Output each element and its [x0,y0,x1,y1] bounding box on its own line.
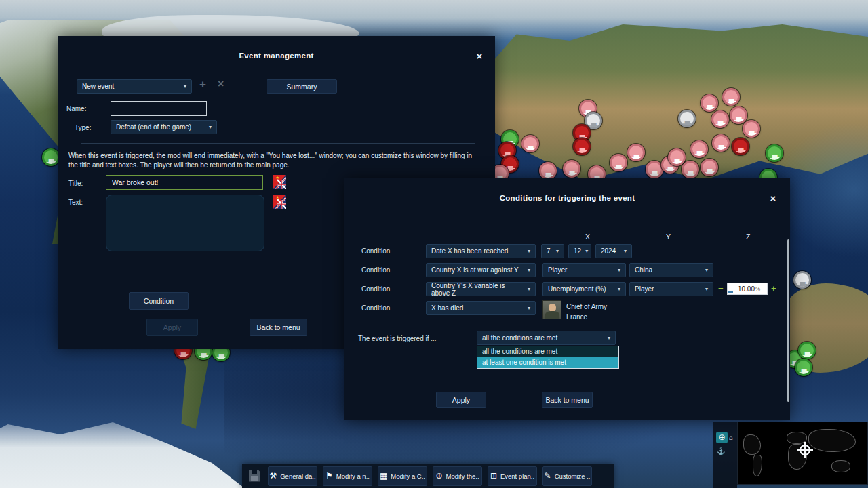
bottom-toolbar: ⚒ General da.. ⚑ Modify a n.. ▦ Modify a… [242,464,614,488]
window-title: Conditions for triggering the event [344,194,790,202]
day-select[interactable]: 7 ▾ [541,244,564,258]
option-at-least-one[interactable]: at least one condition is met [477,357,618,368]
country-x-select[interactable]: Player ▾ [542,263,626,277]
trigger-mode-select[interactable]: all the conditions are met ▾ [477,331,616,345]
summary-button[interactable]: Summary [267,79,337,94]
decrease-value-icon[interactable]: − [718,283,724,293]
condition-row-label: Condition [361,266,390,274]
chevron-down-icon: ▾ [618,267,620,273]
map-marker[interactable]: ▂▅▃ [563,160,580,178]
marker-bars-icon: ▂▅▃ [176,350,190,357]
globe-view-button[interactable]: ⊕ [716,432,728,443]
add-event-icon[interactable]: + [199,78,206,92]
marker-bars-icon: ▂▅▃ [541,170,555,178]
condition-button[interactable]: Condition [129,292,189,310]
toolbar-modify-city-button[interactable]: ▦ Modify a C.. [378,466,427,486]
map-marker[interactable]: ▂▅▃ [682,161,699,178]
scrollbar[interactable] [787,239,789,402]
apply-button[interactable]: Apply [436,392,486,408]
condition-type-select[interactable]: Country X is at war against Y ▾ [426,263,536,277]
person-portrait[interactable] [542,300,561,319]
year-select[interactable]: 2024 ▾ [595,244,632,258]
map-marker[interactable]: ▂▅▃ [712,134,730,152]
toolbar-customize-button[interactable]: ✎ Customize .. [542,466,592,486]
trigger-mode-label: The event is triggered if ... [358,335,437,342]
map-marker[interactable]: ▂▅▃ [722,88,740,106]
close-icon[interactable]: × [473,50,486,62]
building-icon[interactable]: ⌂ [729,434,733,441]
marker-bars-icon: ▂▅▃ [734,146,747,153]
option-all-conditions[interactable]: all the conditions are met [477,346,618,357]
marker-bars-icon: ▂▅▃ [692,148,706,156]
marker-bars-icon: ▂▅▃ [565,168,578,176]
map-marker[interactable]: ▂▅▃ [730,106,747,124]
country-y-select[interactable]: Player ▾ [629,282,713,296]
type-label: Type: [75,124,91,131]
variable-select[interactable]: Unemployment (%) ▾ [542,282,626,296]
save-icon[interactable] [249,470,260,482]
toolbar-button-label: Event plan.. [500,472,534,480]
map-marker[interactable]: ▂▅▃ [701,159,718,176]
map-marker[interactable]: ▂▅▃ [521,135,539,152]
back-to-menu-button[interactable]: Back to menu [250,319,307,336]
type-select[interactable]: Defeat (end of the game) ▾ [111,120,217,134]
app-root: ▂▅▃▂▅▃▂▅▃▂▅▃▂▅▃▂▅▃▂▅▃▂▅▃▂▅▃▂▅▃▂▅▃▂▅▃▂▅▃▂… [0,0,868,488]
ship-icon[interactable]: ⚓ [717,447,725,455]
map-marker[interactable]: ▂▅▃ [743,120,760,138]
map-marker[interactable]: ▂▅▃ [610,154,627,171]
delete-event-icon[interactable]: × [218,78,224,90]
chevron-down-icon: ▾ [705,286,708,292]
map-marker[interactable]: ▂▅▃ [627,144,645,161]
condition-type-select[interactable]: X has died ▾ [426,301,536,315]
percent-unit: % [755,286,760,292]
minimap-panel: ⊕ ⌂ ⚓ [713,422,868,488]
chevron-down-icon: ▾ [618,286,620,292]
event-select[interactable]: New event ▾ [77,79,192,94]
map-marker[interactable]: ▂▅▃ [732,138,749,155]
event-title-input[interactable] [106,175,263,190]
map-marker[interactable]: ▂▅▃ [539,162,557,180]
toolbar-modify-world-button[interactable]: ⊕ Modify the.. [433,466,482,486]
language-flag-icon[interactable]: ★ [273,175,286,189]
marker-bars-icon: ▂▅▃ [797,367,810,374]
event-text-input[interactable] [106,195,264,251]
event-select-value: New event [82,83,114,90]
map-marker[interactable]: ▂▅▃ [690,140,708,158]
name-input[interactable] [111,101,207,116]
month-select[interactable]: 12 ▾ [568,244,591,258]
map-marker[interactable]: ▂▅▃ [573,138,591,155]
minimap[interactable] [737,422,868,485]
portrait-body [545,311,559,319]
toolbar-modify-nation-button[interactable]: ⚑ Modify a n.. [323,466,372,486]
map-marker[interactable]: ▂▅▃ [711,110,729,128]
map-marker[interactable]: ▂▅▃ [795,359,812,376]
marker-bars-icon: ▂▅▃ [197,350,210,358]
map-marker[interactable]: ▂▅▃ [798,342,816,359]
map-marker[interactable]: ▂▅▃ [766,144,783,162]
toolbar-button-label: General da.. [280,472,315,480]
condition-type-value: X has died [431,304,463,312]
language-flag-icon[interactable]: ★ [273,195,286,209]
map-marker[interactable]: ▂▅▃ [678,110,696,127]
toolbar-event-planner-button[interactable]: ⊞ Event plan.. [488,466,537,486]
map-marker[interactable]: ▂▅▃ [793,271,811,289]
apply-button[interactable]: Apply [146,319,198,336]
trigger-mode-value: all the conditions are met [482,334,557,342]
chevron-down-icon: ▾ [209,124,212,130]
window-title: Event management [58,52,495,60]
condition-type-select[interactable]: Date X has been reached ▾ [426,244,536,258]
close-icon[interactable]: × [767,192,779,205]
condition-type-value: Date X has been reached [431,247,508,255]
increase-value-icon[interactable]: + [771,283,776,293]
condition-type-select[interactable]: Country Y's X variable is above Z ▾ [426,282,536,296]
marker-bars-icon: ▂▅▃ [612,162,625,169]
marker-bars-icon: ▂▅▃ [800,350,814,357]
toolbar-button-label: Modify a n.. [336,472,370,480]
column-header-x: X [585,232,590,241]
map-marker[interactable]: ▂▅▃ [701,94,718,112]
marker-bars-icon: ▂▅▃ [714,142,728,150]
toolbar-general-data-button[interactable]: ⚒ General da.. [268,466,317,486]
marker-bars-icon: ▂▅▃ [724,96,738,104]
country-y-select[interactable]: China ▾ [629,263,713,277]
back-to-menu-button[interactable]: Back to menu [542,392,593,408]
